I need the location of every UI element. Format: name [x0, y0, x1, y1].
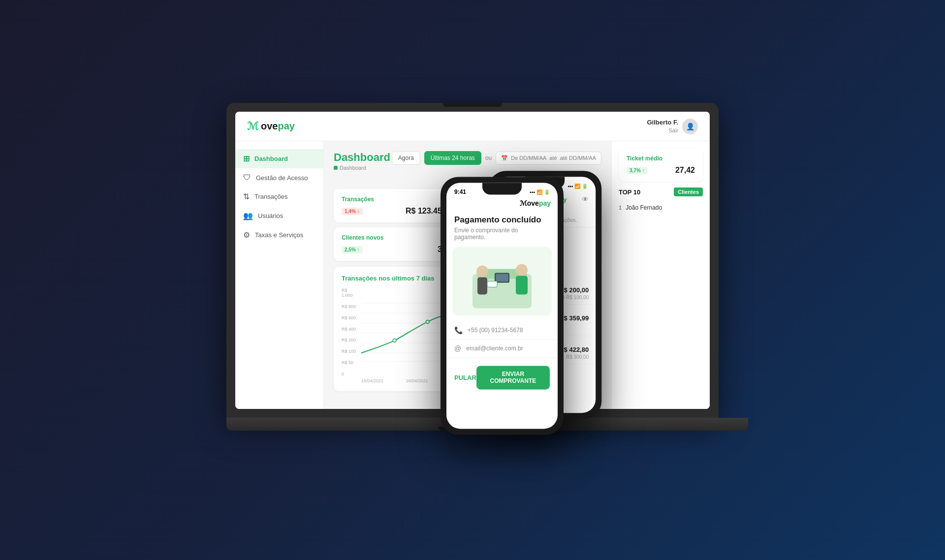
signal-icon: ▪▪▪	[530, 189, 535, 195]
tx-amount-3: R$ 422,80	[559, 346, 589, 353]
calendar-icon: 📅	[501, 155, 508, 161]
sidebar-item-dashboard[interactable]: ⊞ Dashboard	[235, 149, 323, 168]
sidebar-item-label: Taxas e Serviços	[255, 231, 303, 239]
stat-transacoes-row: 1,4% ↓ R$ 123.456,78	[342, 207, 457, 216]
stat-transacoes-label: Transações	[342, 196, 457, 203]
header-username: Gilberto F.	[647, 119, 678, 127]
payment-logo-text: ℳovepay	[520, 199, 551, 207]
status-icons-2: ▪▪▪ 📶 🔋	[568, 184, 588, 189]
phone-screen-1: 9:41 ▪▪▪ 📶 🔋 ℳovepay Pagamento concluído…	[446, 183, 558, 429]
sidebar-item-label: Usuários	[258, 212, 283, 219]
phone-icon: 📞	[454, 326, 463, 334]
wifi-icon: 📶	[536, 189, 542, 195]
users-icon: 👥	[243, 211, 253, 220]
email-placeholder: email@cliente.com.br	[466, 345, 523, 352]
header-user-info: Gilberto F. Sair	[647, 119, 678, 134]
sidebar-item-gestao[interactable]: 🛡 Gestão de Acesso	[235, 168, 323, 187]
filter-ultimas[interactable]: Últimas 24 horas	[424, 151, 481, 165]
sidebar: ⊞ Dashboard 🛡 Gestão de Acesso ⇅ Transaç…	[235, 141, 324, 409]
filter-ou: ou	[485, 155, 492, 161]
svg-point-8	[426, 320, 429, 324]
top10-name: João Fernado	[626, 204, 662, 211]
tx-amount-1: R$ 200,00	[559, 286, 589, 294]
sidebar-item-label: Gestão de Acesso	[256, 174, 308, 182]
user-avatar: 👤	[682, 119, 698, 134]
top10-label: TOP 10	[619, 188, 640, 196]
svg-point-7	[393, 339, 396, 342]
grid-icon: ⊞	[243, 154, 250, 163]
signal-icon-2: ▪▪▪	[568, 184, 573, 189]
shield-icon: 🛡	[243, 173, 251, 182]
tx-desc-right-3: R$ 300,00	[566, 354, 589, 360]
arrows-icon: ⇅	[243, 192, 250, 201]
svg-rect-20	[496, 274, 508, 281]
page-title: Dashboard	[334, 151, 390, 164]
stat-clientes-label: Clientes novos	[342, 234, 457, 241]
top10-item: 1 João Fernado	[619, 202, 703, 213]
status-icons-1: ▪▪▪ 📶 🔋	[530, 189, 550, 195]
chart-y-labels: R$ 1.000 R$ 800 R$ 600 R$ 400 R$ 200 R$ …	[342, 288, 361, 376]
logo-icon: ℳ	[247, 120, 259, 133]
payment-title: Pagamento concluído	[446, 209, 558, 227]
stat-ticket-badge: 3,7% ↑	[627, 167, 648, 174]
sidebar-item-taxas[interactable]: ⚙ Taxas e Serviços	[235, 225, 323, 245]
sidebar-item-usuarios[interactable]: 👥 Usuários	[235, 206, 323, 225]
page-title-section: Dashboard Dashboard	[334, 151, 390, 171]
svg-rect-16	[477, 277, 487, 294]
page-filters: Agora Últimas 24 horas ou 📅 De DD/MM/AA …	[392, 151, 601, 165]
breadcrumb-dot	[334, 166, 338, 170]
header-user-action[interactable]: Sair	[647, 127, 678, 134]
enviar-button[interactable]: ENVIAR COMPROVANTE	[476, 366, 550, 389]
payment-svg	[453, 249, 551, 313]
stat-ticket-value: 27,42	[675, 166, 695, 175]
stat-ticket-label: Ticket médio	[627, 155, 695, 162]
clientes-button[interactable]: Clientes	[674, 187, 703, 196]
battery-icon: 🔋	[544, 189, 550, 195]
phone-payment: 9:41 ▪▪▪ 📶 🔋 ℳovepay Pagamento concluído…	[441, 177, 564, 435]
payment-illustration	[452, 247, 552, 315]
filter-date-range[interactable]: 📅 De DD/MM/AA até até DD/MM/AA	[496, 152, 601, 165]
logo: ℳ ovepay	[247, 120, 295, 133]
logo-text: ovepay	[261, 121, 295, 132]
status-time-1: 9:41	[454, 188, 466, 195]
phone-field: 📞 +55 (00) 91234-5678	[446, 321, 558, 340]
tx-amount-2: R$ 359,99	[559, 314, 589, 322]
payment-subtitle: Envie o comprovante do pagamento.	[446, 227, 558, 247]
phone-shell-1: 9:41 ▪▪▪ 📶 🔋 ℳovepay Pagamento concluído…	[441, 177, 564, 435]
sidebar-item-transacoes[interactable]: ⇅ Transações	[235, 187, 323, 206]
stat-clientes-badge: 2,5% ↑	[342, 246, 363, 253]
app-header: ℳ ovepay Gilberto F. Sair 👤	[235, 112, 710, 141]
page-header: Dashboard Dashboard Agora Últimas 2	[334, 151, 601, 171]
stat-transacoes-badge: 1,4% ↓	[342, 208, 363, 215]
settings-icon: ⚙	[243, 230, 250, 240]
wifi-icon-2: 📶	[574, 184, 580, 189]
email-field-row: @ email@cliente.com.br	[446, 340, 558, 358]
laptop-notch	[443, 103, 502, 107]
svg-rect-21	[487, 281, 497, 287]
right-panel: Ticket médio 3,7% ↑ 27,42 TOP 10 Cliente…	[611, 141, 710, 409]
stat-ticket: Ticket médio 3,7% ↑ 27,42	[619, 148, 703, 182]
top10-rank: 1	[619, 205, 622, 211]
phone-number: +55 (00) 91234-5678	[468, 327, 523, 334]
sidebar-item-label: Dashboard	[254, 155, 288, 162]
svg-point-17	[516, 264, 528, 276]
stat-clientes-row: 2,5% ↑ 3.254	[342, 245, 457, 254]
filter-agora[interactable]: Agora	[392, 151, 420, 165]
svg-rect-18	[516, 276, 528, 294]
battery-icon-2: 🔋	[582, 184, 588, 189]
svg-point-15	[476, 265, 488, 277]
eye-icon: 👁	[582, 195, 589, 203]
payment-logo: ℳovepay	[446, 197, 558, 209]
email-icon: @	[454, 344, 461, 352]
pular-button[interactable]: PULAR	[454, 374, 476, 381]
sidebar-item-label: Transações	[254, 193, 287, 200]
top10-header: TOP 10 Clientes	[619, 187, 703, 196]
header-user: Gilberto F. Sair 👤	[647, 119, 698, 134]
stat-ticket-row: 3,7% ↑ 27,42	[627, 166, 695, 175]
phone-notch-1	[482, 183, 522, 194]
payment-actions: PULAR ENVIAR COMPROVANTE	[446, 358, 558, 397]
breadcrumb: Dashboard	[334, 165, 390, 171]
